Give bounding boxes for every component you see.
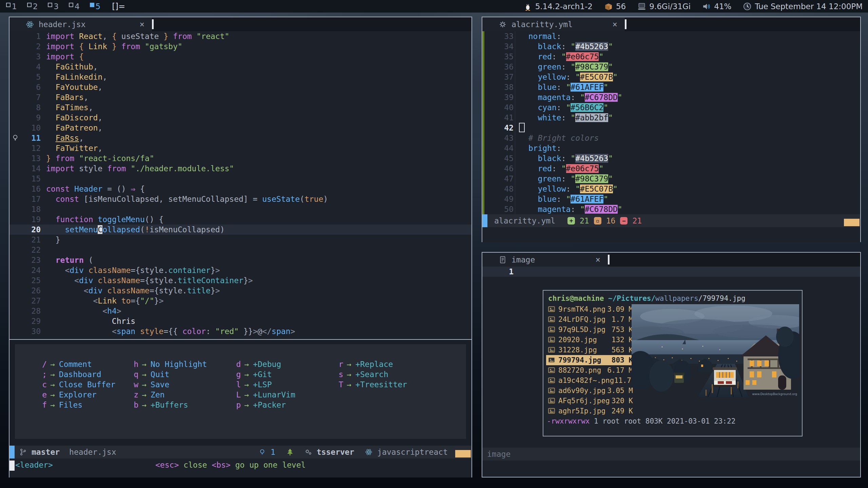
- code-line[interactable]: 22: [9, 245, 471, 255]
- whichkey-binding[interactable]: /→Comment: [41, 359, 115, 369]
- file-row[interactable]: 882720.png6.17 M: [546, 365, 635, 375]
- code-line[interactable]: 43 # Bright colors: [482, 133, 860, 143]
- file-row[interactable]: aghr5Ip.jpg249 K: [546, 406, 635, 416]
- whichkey-binding[interactable]: d→+Debug: [235, 359, 295, 369]
- git-branch-name[interactable]: master: [32, 448, 60, 456]
- code-line[interactable]: 48 yellow: "#E5C07B": [482, 184, 860, 194]
- whichkey-binding[interactable]: h→No Highlight: [133, 359, 207, 369]
- file-row[interactable]: 9rsmTK4.png3.09 M: [546, 304, 635, 314]
- code-line[interactable]: 3import {: [9, 52, 471, 62]
- tab-image[interactable]: image ×: [482, 253, 608, 267]
- code-line[interactable]: 12 FaTwitter,: [9, 143, 471, 153]
- code-line[interactable]: 14import style from "./header.module.les…: [9, 163, 471, 174]
- whichkey-binding[interactable]: g→+Git: [235, 369, 295, 379]
- code-line[interactable]: 29 Chris: [9, 316, 471, 326]
- code-line[interactable]: 45 black: "#4b5263": [482, 153, 860, 163]
- close-icon[interactable]: ×: [140, 20, 144, 29]
- whichkey-binding[interactable]: w→Save: [133, 379, 207, 390]
- code-line[interactable]: 21 }: [9, 235, 471, 245]
- code-line[interactable]: 49 blue: "#61AFEF": [482, 194, 860, 204]
- whichkey-binding[interactable]: f→Files: [41, 400, 115, 410]
- code-line[interactable]: 42: [482, 123, 860, 133]
- code-line[interactable]: 5 FaLinkedin,: [9, 72, 471, 82]
- code-line[interactable]: 33 normal:: [482, 31, 860, 41]
- alacritty-cmdline[interactable]: [482, 227, 860, 242]
- whichkey-binding[interactable]: ;→Dashboard: [41, 369, 115, 379]
- file-row[interactable]: 24LrDFQ.jpg1.7 M: [546, 314, 635, 325]
- code-line[interactable]: 1: [482, 267, 860, 277]
- code-line[interactable]: 11 FaRss,: [9, 133, 471, 143]
- code-line[interactable]: 35 red: "#e06c75": [482, 52, 860, 62]
- code-line[interactable]: 34 black: "#4b5263": [482, 41, 860, 52]
- editor-cmdline[interactable]: <leader> <esc> close <bs> go up one leve…: [9, 458, 471, 477]
- code-line[interactable]: 20 setMenuCollapsed(!isMenuCollapsed): [9, 225, 471, 235]
- code-line[interactable]: 24 <div className={style.container}>: [9, 265, 471, 275]
- whichkey-binding[interactable]: L→+LunarVim: [235, 390, 295, 400]
- whichkey-label: +Search: [355, 369, 388, 379]
- code-line[interactable]: 44 bright:: [482, 143, 860, 153]
- code-line[interactable]: 50 magenta: "#C678DD": [482, 204, 860, 214]
- file-row[interactable]: ad6v90y.jpg3.05 M: [546, 386, 635, 396]
- code-line[interactable]: 2import { Link } from "gatsby": [9, 41, 471, 52]
- code-line[interactable]: 26 <div className={style.title}>: [9, 286, 471, 296]
- whichkey-key: T: [338, 379, 343, 390]
- code-line[interactable]: 28 <h4>: [9, 306, 471, 316]
- code-line[interactable]: 7 FaBars,: [9, 92, 471, 102]
- workspace-button-5[interactable]: 5: [87, 2, 103, 11]
- code-line[interactable]: 38 blue: "#61AFEF": [482, 82, 860, 92]
- whichkey-binding[interactable]: b→+Buffers: [133, 400, 207, 410]
- whichkey-binding[interactable]: T→+Treesitter: [338, 379, 407, 390]
- file-row[interactable]: a19c482f~.png11.7 M: [546, 375, 635, 386]
- diagnostic-count[interactable]: 1: [271, 448, 275, 456]
- code-line[interactable]: 41 white: "#abb2bf": [482, 113, 860, 123]
- code-line[interactable]: 36 green: "#98C379": [482, 62, 860, 72]
- lsp-server-name[interactable]: tsserver: [317, 448, 354, 456]
- code-line[interactable]: 15: [9, 174, 471, 184]
- close-icon[interactable]: ×: [613, 20, 617, 29]
- whichkey-binding[interactable]: c→Close Buffer: [41, 379, 115, 390]
- code-line[interactable]: 4 FaGithub,: [9, 62, 471, 72]
- workspace-button-1[interactable]: 1: [3, 2, 20, 11]
- workspace-indicator-icon: [6, 3, 11, 7]
- code-line[interactable]: 6 FaYoutube,: [9, 82, 471, 92]
- close-icon[interactable]: ×: [596, 255, 600, 265]
- tab-header-jsx[interactable]: header.jsx ×: [9, 17, 152, 31]
- code-line[interactable]: 39 magenta: "#C678DD": [482, 92, 860, 102]
- workspace-button-4[interactable]: 4: [66, 2, 82, 11]
- code-line[interactable]: 18: [9, 204, 471, 214]
- workspace-button-3[interactable]: 3: [45, 2, 61, 11]
- workspace-button-2[interactable]: 2: [24, 2, 41, 11]
- code-line[interactable]: 30 <span style={{ color: "red" }}>@</spa…: [9, 326, 471, 336]
- picker-path-header: chris@machine ~/Pictures/wallpapers/7997…: [543, 291, 802, 304]
- whichkey-binding[interactable]: s→+Search: [338, 369, 407, 379]
- code-line[interactable]: 25 <div className={style.titleContainer}…: [9, 275, 471, 286]
- code-line[interactable]: 9 FaDiscord,: [9, 113, 471, 123]
- code-line[interactable]: 16const Header = () ⇒ {: [9, 184, 471, 194]
- code-line[interactable]: 37 yellow: "#E5C07B": [482, 72, 860, 82]
- file-row[interactable]: 97q9L5D.jpg753 K: [546, 325, 635, 335]
- code-line[interactable]: 27 <Link to={"/"}>: [9, 296, 471, 306]
- code-line[interactable]: 46 red: "#e06c75": [482, 163, 860, 174]
- whichkey-binding[interactable]: q→Quit: [133, 369, 207, 379]
- line-number: 46: [494, 163, 519, 174]
- whichkey-binding[interactable]: r→+Replace: [338, 359, 407, 369]
- file-row[interactable]: 31228.jpg563 K: [546, 345, 635, 355]
- code-line[interactable]: 40 cyan: "#56B6C2": [482, 102, 860, 113]
- code-line[interactable]: 1import React, { useState } from "react": [9, 31, 471, 41]
- whichkey-binding[interactable]: p→+Packer: [235, 400, 295, 410]
- code-line[interactable]: 47 green: "#98C379": [482, 174, 860, 184]
- file-row[interactable]: AFq5r6j.jpeg320 K: [546, 396, 635, 406]
- tab-alacritty-yml[interactable]: alacritty.yml ×: [482, 17, 625, 31]
- image-file-icon: [548, 398, 556, 404]
- whichkey-binding[interactable]: l→+LSP: [235, 379, 295, 390]
- code-line[interactable]: 10 FaPatreon,: [9, 123, 471, 133]
- whichkey-binding[interactable]: z→Zen: [133, 390, 207, 400]
- code-line[interactable]: 19 function toggleMenu() {: [9, 214, 471, 225]
- code-line[interactable]: 13} from "react-icons/fa": [9, 153, 471, 163]
- code-line[interactable]: 23 return (: [9, 255, 471, 265]
- code-line[interactable]: 8 FaTimes,: [9, 102, 471, 113]
- file-row[interactable]: 20920.jpg132 K: [546, 335, 635, 345]
- code-line[interactable]: 17 const [isMenuCollapsed, setMenuCollap…: [9, 194, 471, 204]
- file-row[interactable]: 799794.jpg803 K: [546, 355, 635, 365]
- whichkey-binding[interactable]: e→Explorer: [41, 390, 115, 400]
